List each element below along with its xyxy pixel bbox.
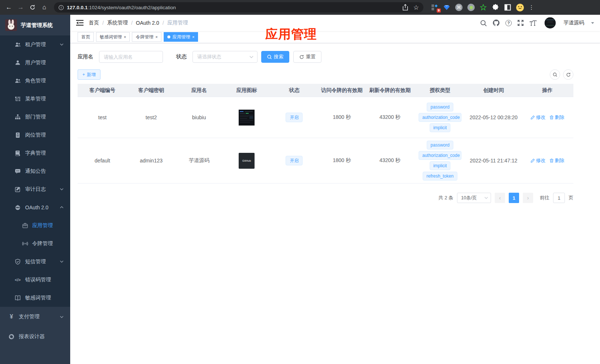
- breadcrumb-home[interactable]: 首页: [89, 20, 99, 26]
- tab-close-icon[interactable]: ×: [192, 35, 194, 39]
- delete-button[interactable]: 删除: [549, 114, 565, 121]
- extension-command-icon[interactable]: ⌘: [455, 4, 463, 11]
- sidebar-item-notice[interactable]: 通知公告: [0, 162, 70, 180]
- sidebar-item-sms[interactable]: 短信管理: [0, 253, 70, 271]
- browser-menu-icon[interactable]: ⋮: [529, 4, 534, 11]
- sidebar-item-errcode[interactable]: </> 错误码管理: [0, 271, 70, 289]
- app-name-input[interactable]: [99, 51, 163, 63]
- search-icon: [553, 72, 558, 77]
- sidebar-item-menu-mgmt[interactable]: 菜单管理: [0, 90, 70, 108]
- extension-gem-icon[interactable]: [443, 4, 450, 11]
- browser-back-button[interactable]: ←: [4, 2, 14, 13]
- sidebar-item-label: 报表设计器: [19, 333, 45, 340]
- org-chart-icon: [15, 114, 21, 120]
- goto-label: 前往: [540, 195, 549, 201]
- extension-tabs-icon[interactable]: 9: [431, 4, 438, 11]
- app-logo-row[interactable]: 芋道管理系统: [0, 15, 70, 35]
- help-icon[interactable]: ?: [505, 20, 512, 26]
- extension-puzzle-icon[interactable]: [492, 4, 499, 11]
- tab-close-icon[interactable]: ×: [124, 35, 126, 39]
- search-button[interactable]: 搜索: [261, 51, 289, 63]
- breadcrumb-system[interactable]: 系统管理: [107, 20, 128, 26]
- app-logo: [5, 19, 17, 31]
- address-bar[interactable]: 127.0.0.1:1024/system/oauth2/oauth2/appl…: [54, 2, 423, 13]
- breadcrumb: 首页 / 系统管理 / OAuth 2.0 / 应用管理: [89, 20, 188, 26]
- edit-button[interactable]: 修改: [531, 114, 546, 121]
- chevron-down-icon: [249, 56, 253, 58]
- browser-forward-button[interactable]: →: [16, 2, 26, 13]
- grant-tag: password: [427, 103, 453, 111]
- tab-label: 令牌管理: [136, 34, 153, 40]
- col-access-ttl: 访问令牌的有效期: [318, 87, 366, 94]
- goto-page-input[interactable]: [553, 193, 565, 203]
- tab-home[interactable]: 首页: [78, 32, 94, 42]
- extension-emoji-icon[interactable]: [516, 4, 524, 11]
- grant-tag: implicit: [430, 161, 451, 170]
- app-name-label: 应用名: [78, 54, 93, 60]
- sidebar-item-audit-log[interactable]: 审计日志: [0, 180, 70, 198]
- token-signal-icon: [22, 241, 28, 247]
- sidebar-item-label: 菜单管理: [25, 96, 46, 102]
- page-content: 应用名 状态 请选择状态 搜索 重置: [70, 43, 600, 203]
- sidebar-item-payment[interactable]: ¥ 支付管理: [0, 307, 70, 327]
- share-icon[interactable]: [402, 4, 408, 11]
- search-icon[interactable]: [480, 20, 487, 27]
- user-menu-caret-icon[interactable]: [591, 22, 594, 25]
- username-label[interactable]: 芋道源码: [563, 20, 584, 26]
- user-avatar[interactable]: [545, 17, 556, 28]
- cell-refresh-ttl: 43200 秒: [366, 157, 415, 164]
- sidebar: 芋道管理系统 租户管理 用户管理 角色管理 菜单管理 部门管理: [0, 15, 70, 364]
- robot-icon: [15, 205, 21, 210]
- breadcrumb-current: 应用管理: [167, 20, 188, 26]
- breadcrumb-oauth[interactable]: OAuth 2.0: [136, 20, 159, 26]
- status-select[interactable]: 请选择状态: [192, 51, 258, 63]
- sidebar-item-dept[interactable]: 部门管理: [0, 108, 70, 126]
- delete-button[interactable]: 删除: [549, 157, 565, 164]
- extension-star-icon[interactable]: [480, 4, 487, 11]
- prev-page-button[interactable]: ‹: [495, 193, 505, 203]
- sidebar-item-user[interactable]: 用户管理: [0, 54, 70, 72]
- tab-token-mgmt[interactable]: 令牌管理×: [132, 32, 161, 42]
- users-icon: [15, 42, 21, 48]
- refresh-table-button[interactable]: [563, 69, 573, 80]
- sidebar-item-oauth[interactable]: OAuth 2.0: [0, 198, 70, 216]
- sidebar-item-tenant[interactable]: 租户管理: [0, 35, 70, 54]
- sidebar-item-oauth-application[interactable]: 应用管理: [0, 216, 70, 234]
- grant-type-tags: password authorization_code implicit: [419, 103, 461, 132]
- github-icon[interactable]: [492, 19, 500, 27]
- sidebar-item-dict[interactable]: 字典管理: [0, 144, 70, 162]
- sidebar-item-label: 岗位管理: [25, 132, 46, 138]
- tab-application-mgmt[interactable]: 应用管理×: [164, 32, 198, 42]
- add-button[interactable]: + 新增: [78, 69, 100, 80]
- tab-sensitive-word[interactable]: 敏感词管理×: [96, 32, 130, 42]
- font-size-icon[interactable]: [529, 20, 537, 26]
- sidebar-item-role[interactable]: 角色管理: [0, 72, 70, 90]
- toggle-search-button[interactable]: [550, 69, 560, 80]
- sidebar-item-post[interactable]: 岗位管理: [0, 126, 70, 144]
- shield-check-icon: [15, 259, 21, 265]
- sidebar-item-sensitive-word[interactable]: 敏感词管理: [0, 289, 70, 307]
- tab-close-icon[interactable]: ×: [155, 35, 157, 39]
- page-size-select[interactable]: 10条/页: [457, 193, 491, 203]
- browser-reload-button[interactable]: [27, 2, 38, 13]
- reset-button[interactable]: 重置: [293, 51, 321, 63]
- extension-record-icon[interactable]: [467, 4, 475, 11]
- next-page-button[interactable]: ›: [523, 193, 533, 203]
- sidebar-menu-bottom: ¥ 支付管理 报表设计器: [0, 307, 70, 364]
- extension-sidepanel-icon[interactable]: [504, 4, 511, 11]
- sidebar-item-oauth-token[interactable]: 令牌管理: [0, 234, 70, 253]
- col-app-name: 应用名: [175, 87, 223, 94]
- sidebar-collapse-icon[interactable]: [76, 20, 83, 26]
- edit-label: 修改: [536, 157, 546, 164]
- edit-button[interactable]: 修改: [531, 157, 546, 164]
- current-page-button[interactable]: 1: [509, 193, 519, 203]
- github-logo-text: GitHub: [242, 159, 251, 162]
- sidebar-item-label: 敏感词管理: [25, 295, 51, 301]
- sidebar-item-report-designer[interactable]: 报表设计器: [0, 327, 70, 347]
- browser-home-button[interactable]: ⌂: [39, 2, 50, 13]
- site-info-icon[interactable]: [58, 5, 64, 10]
- fullscreen-icon[interactable]: [517, 20, 524, 26]
- bookmark-star-icon[interactable]: ☆: [413, 4, 419, 11]
- reset-button-label: 重置: [306, 54, 316, 60]
- tab-label: 应用管理: [173, 34, 190, 40]
